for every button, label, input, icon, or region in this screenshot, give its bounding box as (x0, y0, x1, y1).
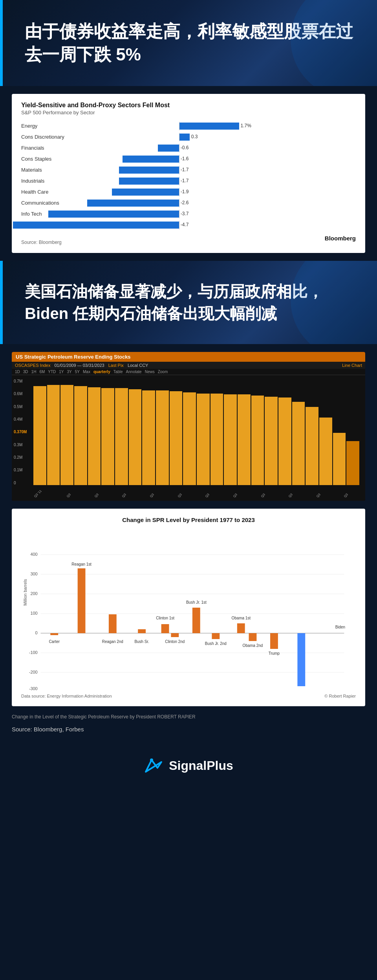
spr-bar (346, 441, 359, 485)
spr-x-label: Q3 (149, 493, 155, 498)
bar-container: -1.7 (84, 166, 356, 174)
spr-bar (129, 389, 142, 485)
bar-value: -2.6 (181, 200, 189, 205)
bloomberg-terminal: US Strategic Petroleum Reserve Ending St… (12, 352, 365, 501)
bar-container: -1.6 (84, 155, 356, 163)
bar-label: Health Care (21, 189, 84, 195)
svg-rect-28 (192, 608, 200, 633)
zero-tick (179, 221, 179, 229)
terminal-btn-3y[interactable]: 3Y (67, 370, 72, 374)
terminal-title: US Strategic Petroleum Reserve Ending St… (12, 352, 365, 362)
bar-value: -3.7 (181, 211, 189, 216)
zero-tick (179, 155, 179, 163)
spr-x-label: Q3 (260, 493, 266, 498)
spr-x-label: Q3 (316, 493, 321, 498)
svg-text:-100: -100 (29, 650, 38, 655)
spr-x-label (359, 496, 362, 498)
bar-fill (87, 200, 179, 207)
spr-bar (292, 402, 305, 485)
svg-text:Bush Jr. 2nd: Bush Jr. 2nd (205, 641, 227, 646)
bar-row: Energy1.7% (21, 122, 356, 130)
spr-bar (224, 394, 237, 485)
spr-x-label (249, 496, 251, 498)
terminal-btn-1d[interactable]: 1D (15, 370, 20, 374)
svg-rect-36 (270, 633, 278, 649)
hero-section-2: 美国石油储备显著减少，与历届政府相比，Biden 任期内石油储备出现大幅削减 (0, 261, 377, 344)
bar-fill (123, 156, 179, 163)
spr-bar (197, 394, 210, 485)
spr-copyright: © Robert Rapier (324, 694, 356, 698)
terminal-news-btn[interactable]: News (145, 370, 155, 374)
bar-value: -1.9 (181, 189, 189, 194)
spr-data-source: Data source: Energy Information Administ… (21, 694, 112, 698)
terminal-btn-3d[interactable]: 3D (23, 370, 28, 374)
spr-svg: 400 300 200 100 0 -100 -200 -300 Million… (21, 527, 356, 692)
terminal-btn-max[interactable]: Max (83, 370, 90, 374)
spr-bar (238, 394, 251, 485)
signalplus-logo-icon (144, 756, 163, 776)
svg-text:Carter: Carter (49, 639, 60, 644)
svg-text:Reagan 2nd: Reagan 2nd (102, 639, 123, 644)
spr-x-label (137, 496, 140, 498)
bar-row: Health Care-1.9 (21, 188, 356, 196)
spr-bar (265, 397, 278, 485)
sp500-chart-card: Yield-Sensitive and Bond-Proxy Sectors F… (12, 94, 365, 253)
terminal-annotate-btn[interactable]: Annotate (126, 370, 142, 374)
terminal-btn-1y[interactable]: 1Y (59, 370, 64, 374)
bar-value: 1.7% (241, 123, 251, 128)
caption-text: Change in the Level of the Strategic Pet… (12, 714, 365, 720)
bar-fill (179, 134, 190, 141)
svg-rect-30 (212, 633, 220, 639)
terminal-btn-ytd[interactable]: YTD (48, 370, 56, 374)
spr-x-label: Q3 '11 (33, 489, 42, 498)
zero-tick (179, 166, 179, 174)
terminal-table-btn[interactable]: Table (113, 370, 123, 374)
svg-text:-200: -200 (29, 670, 38, 674)
terminal-zoom-btn[interactable]: Zoom (158, 370, 168, 374)
spr-bar (60, 385, 73, 485)
terminal-index: OSCASPES Index (15, 363, 51, 368)
zero-tick (179, 122, 179, 130)
zero-tick (179, 210, 179, 218)
zero-tick (179, 144, 179, 152)
spr-x-label (54, 496, 57, 498)
terminal-chart-type: Line Chart (342, 363, 362, 368)
spr-bar (74, 386, 87, 485)
spr-bar (33, 386, 46, 485)
bar-row: Communications-2.6 (21, 199, 356, 207)
svg-text:Million barrels: Million barrels (23, 579, 27, 605)
logo-section: SignalPlus (0, 744, 377, 788)
terminal-btn-5y[interactable]: 5Y (75, 370, 80, 374)
svg-text:300: 300 (30, 572, 37, 576)
terminal-last: Last Pix (108, 363, 124, 368)
terminal-btn-6m[interactable]: 6M (39, 370, 45, 374)
spr-x-label (82, 496, 84, 498)
spr-bar (142, 390, 155, 485)
zero-tick (179, 188, 179, 196)
svg-text:Clinton 2nd: Clinton 2nd (165, 639, 185, 644)
spr-bar (88, 387, 101, 485)
chart1-title: Yield-Sensitive and Bond-Proxy Sectors F… (21, 102, 356, 109)
bar-label: Financials (21, 145, 84, 151)
spr-x-label: Q3 (343, 493, 349, 498)
svg-text:Clinton 1st: Clinton 1st (156, 616, 174, 620)
svg-point-41 (150, 758, 153, 762)
terminal-btn-1h[interactable]: 1H (31, 370, 37, 374)
bar-container: -2.6 (84, 199, 356, 207)
spr-bar (278, 397, 291, 485)
bar-label: Industrials (21, 178, 84, 184)
spr-chart-body: 0.7M 0.6M 0.5M 0.4M 0.370M 0.3M 0.2M 0.1… (12, 375, 365, 501)
svg-text:Biden: Biden (335, 625, 345, 629)
bar-value: -4.7 (181, 222, 189, 227)
zero-tick (179, 199, 179, 207)
spr-x-label: Q3 (66, 493, 71, 498)
spr-bar (333, 433, 346, 485)
hero-title-1: 由于债券收益率走高，利率敏感型股票在过去一周下跌 5% (25, 20, 357, 66)
svg-text:0: 0 (35, 630, 38, 635)
bar-row: Cons Staples-1.6 (21, 155, 356, 163)
bar-label: Energy (21, 123, 84, 129)
bar-label: Communications (21, 200, 84, 206)
svg-text:Trump: Trump (269, 651, 280, 656)
zero-tick (179, 133, 179, 141)
spr-bar (210, 394, 223, 485)
